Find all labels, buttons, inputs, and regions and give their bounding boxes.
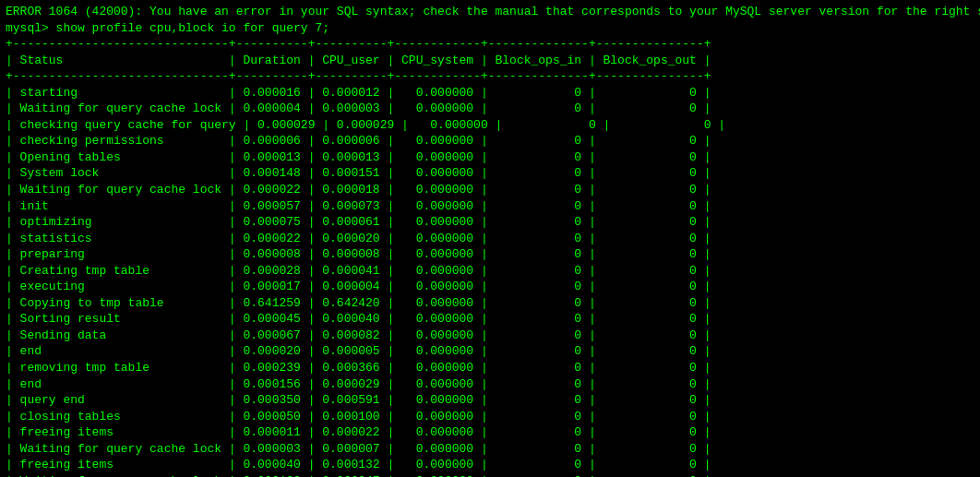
table-output: +------------------------------+--------… xyxy=(6,36,974,477)
terminal: ERROR 1064 (42000): You have an error in… xyxy=(0,0,980,477)
error-line: ERROR 1064 (42000): You have an error in… xyxy=(6,4,974,20)
cmd-line: mysql> show profile cpu,block io for que… xyxy=(6,20,974,37)
